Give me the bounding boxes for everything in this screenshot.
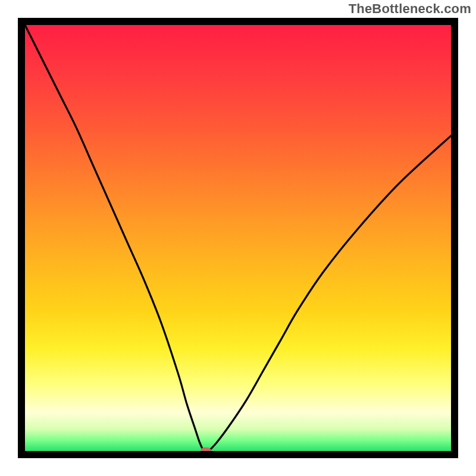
chart-frame [18, 18, 458, 458]
watermark-text: TheBottleneck.com [349, 1, 471, 17]
chart-plot-area [25, 25, 451, 451]
bottleneck-curve [25, 25, 451, 451]
optimal-point-marker [201, 447, 211, 451]
